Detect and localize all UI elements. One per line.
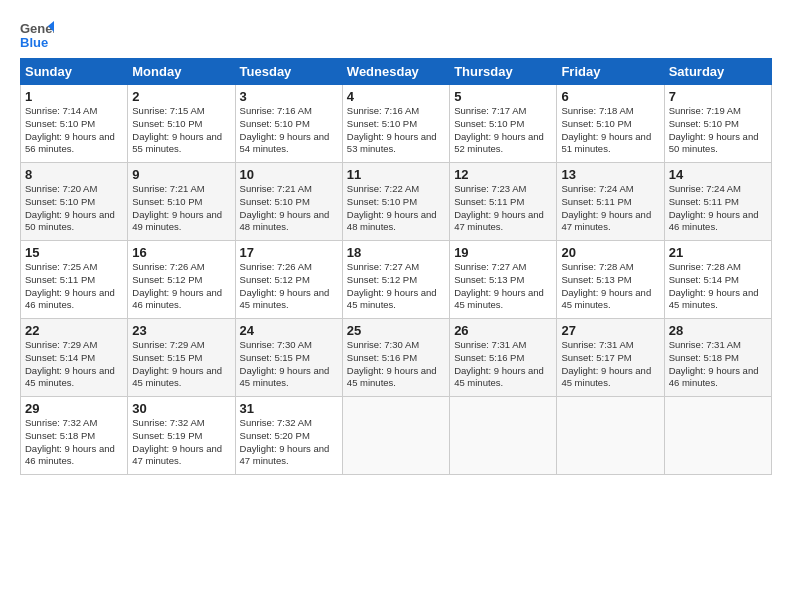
day-cell: 22Sunrise: 7:29 AMSunset: 5:14 PMDayligh…	[21, 319, 128, 397]
day-number: 6	[561, 89, 659, 104]
day-number: 26	[454, 323, 552, 338]
day-info: Sunrise: 7:22 AMSunset: 5:10 PMDaylight:…	[347, 183, 445, 234]
day-info: Sunrise: 7:27 AMSunset: 5:12 PMDaylight:…	[347, 261, 445, 312]
day-info: Sunrise: 7:15 AMSunset: 5:10 PMDaylight:…	[132, 105, 230, 156]
day-number: 27	[561, 323, 659, 338]
day-cell: 14Sunrise: 7:24 AMSunset: 5:11 PMDayligh…	[664, 163, 771, 241]
day-info: Sunrise: 7:23 AMSunset: 5:11 PMDaylight:…	[454, 183, 552, 234]
day-number: 9	[132, 167, 230, 182]
day-number: 12	[454, 167, 552, 182]
day-cell: 30Sunrise: 7:32 AMSunset: 5:19 PMDayligh…	[128, 397, 235, 475]
day-number: 29	[25, 401, 123, 416]
day-info: Sunrise: 7:19 AMSunset: 5:10 PMDaylight:…	[669, 105, 767, 156]
day-number: 13	[561, 167, 659, 182]
day-cell: 2Sunrise: 7:15 AMSunset: 5:10 PMDaylight…	[128, 85, 235, 163]
day-cell: 18Sunrise: 7:27 AMSunset: 5:12 PMDayligh…	[342, 241, 449, 319]
day-info: Sunrise: 7:32 AMSunset: 5:18 PMDaylight:…	[25, 417, 123, 468]
day-number: 18	[347, 245, 445, 260]
calendar-header-row: SundayMondayTuesdayWednesdayThursdayFrid…	[21, 59, 772, 85]
day-cell	[557, 397, 664, 475]
day-cell: 21Sunrise: 7:28 AMSunset: 5:14 PMDayligh…	[664, 241, 771, 319]
day-info: Sunrise: 7:16 AMSunset: 5:10 PMDaylight:…	[347, 105, 445, 156]
day-cell: 3Sunrise: 7:16 AMSunset: 5:10 PMDaylight…	[235, 85, 342, 163]
page: General Blue SundayMondayTuesdayWednesda…	[0, 0, 792, 485]
day-cell: 11Sunrise: 7:22 AMSunset: 5:10 PMDayligh…	[342, 163, 449, 241]
week-row-4: 22Sunrise: 7:29 AMSunset: 5:14 PMDayligh…	[21, 319, 772, 397]
day-cell: 12Sunrise: 7:23 AMSunset: 5:11 PMDayligh…	[450, 163, 557, 241]
day-number: 15	[25, 245, 123, 260]
week-row-3: 15Sunrise: 7:25 AMSunset: 5:11 PMDayligh…	[21, 241, 772, 319]
day-number: 14	[669, 167, 767, 182]
day-cell: 8Sunrise: 7:20 AMSunset: 5:10 PMDaylight…	[21, 163, 128, 241]
day-cell	[342, 397, 449, 475]
day-cell: 15Sunrise: 7:25 AMSunset: 5:11 PMDayligh…	[21, 241, 128, 319]
day-number: 23	[132, 323, 230, 338]
day-info: Sunrise: 7:31 AMSunset: 5:17 PMDaylight:…	[561, 339, 659, 390]
day-cell: 31Sunrise: 7:32 AMSunset: 5:20 PMDayligh…	[235, 397, 342, 475]
col-header-monday: Monday	[128, 59, 235, 85]
svg-text:General: General	[20, 21, 54, 36]
day-info: Sunrise: 7:32 AMSunset: 5:19 PMDaylight:…	[132, 417, 230, 468]
day-number: 8	[25, 167, 123, 182]
day-number: 24	[240, 323, 338, 338]
day-number: 21	[669, 245, 767, 260]
day-cell: 24Sunrise: 7:30 AMSunset: 5:15 PMDayligh…	[235, 319, 342, 397]
day-cell: 28Sunrise: 7:31 AMSunset: 5:18 PMDayligh…	[664, 319, 771, 397]
week-row-2: 8Sunrise: 7:20 AMSunset: 5:10 PMDaylight…	[21, 163, 772, 241]
col-header-saturday: Saturday	[664, 59, 771, 85]
day-info: Sunrise: 7:28 AMSunset: 5:14 PMDaylight:…	[669, 261, 767, 312]
day-info: Sunrise: 7:17 AMSunset: 5:10 PMDaylight:…	[454, 105, 552, 156]
col-header-friday: Friday	[557, 59, 664, 85]
day-number: 1	[25, 89, 123, 104]
week-row-5: 29Sunrise: 7:32 AMSunset: 5:18 PMDayligh…	[21, 397, 772, 475]
day-number: 28	[669, 323, 767, 338]
day-cell: 17Sunrise: 7:26 AMSunset: 5:12 PMDayligh…	[235, 241, 342, 319]
day-number: 11	[347, 167, 445, 182]
day-number: 16	[132, 245, 230, 260]
day-cell: 27Sunrise: 7:31 AMSunset: 5:17 PMDayligh…	[557, 319, 664, 397]
day-cell	[450, 397, 557, 475]
header: General Blue	[20, 18, 772, 50]
col-header-tuesday: Tuesday	[235, 59, 342, 85]
day-number: 3	[240, 89, 338, 104]
day-cell: 16Sunrise: 7:26 AMSunset: 5:12 PMDayligh…	[128, 241, 235, 319]
svg-text:Blue: Blue	[20, 35, 48, 50]
day-cell: 9Sunrise: 7:21 AMSunset: 5:10 PMDaylight…	[128, 163, 235, 241]
day-number: 17	[240, 245, 338, 260]
day-info: Sunrise: 7:14 AMSunset: 5:10 PMDaylight:…	[25, 105, 123, 156]
day-number: 30	[132, 401, 230, 416]
day-cell: 26Sunrise: 7:31 AMSunset: 5:16 PMDayligh…	[450, 319, 557, 397]
day-info: Sunrise: 7:21 AMSunset: 5:10 PMDaylight:…	[240, 183, 338, 234]
day-number: 7	[669, 89, 767, 104]
day-cell: 6Sunrise: 7:18 AMSunset: 5:10 PMDaylight…	[557, 85, 664, 163]
day-info: Sunrise: 7:29 AMSunset: 5:14 PMDaylight:…	[25, 339, 123, 390]
day-info: Sunrise: 7:25 AMSunset: 5:11 PMDaylight:…	[25, 261, 123, 312]
day-number: 10	[240, 167, 338, 182]
day-info: Sunrise: 7:16 AMSunset: 5:10 PMDaylight:…	[240, 105, 338, 156]
calendar-table: SundayMondayTuesdayWednesdayThursdayFrid…	[20, 58, 772, 475]
day-info: Sunrise: 7:30 AMSunset: 5:16 PMDaylight:…	[347, 339, 445, 390]
day-cell: 25Sunrise: 7:30 AMSunset: 5:16 PMDayligh…	[342, 319, 449, 397]
logo: General Blue	[20, 18, 56, 50]
day-info: Sunrise: 7:31 AMSunset: 5:16 PMDaylight:…	[454, 339, 552, 390]
col-header-wednesday: Wednesday	[342, 59, 449, 85]
week-row-1: 1Sunrise: 7:14 AMSunset: 5:10 PMDaylight…	[21, 85, 772, 163]
day-info: Sunrise: 7:27 AMSunset: 5:13 PMDaylight:…	[454, 261, 552, 312]
day-cell	[664, 397, 771, 475]
day-cell: 19Sunrise: 7:27 AMSunset: 5:13 PMDayligh…	[450, 241, 557, 319]
day-info: Sunrise: 7:24 AMSunset: 5:11 PMDaylight:…	[561, 183, 659, 234]
col-header-sunday: Sunday	[21, 59, 128, 85]
day-info: Sunrise: 7:26 AMSunset: 5:12 PMDaylight:…	[132, 261, 230, 312]
day-cell: 13Sunrise: 7:24 AMSunset: 5:11 PMDayligh…	[557, 163, 664, 241]
day-number: 22	[25, 323, 123, 338]
day-cell: 20Sunrise: 7:28 AMSunset: 5:13 PMDayligh…	[557, 241, 664, 319]
day-info: Sunrise: 7:29 AMSunset: 5:15 PMDaylight:…	[132, 339, 230, 390]
day-number: 20	[561, 245, 659, 260]
day-info: Sunrise: 7:26 AMSunset: 5:12 PMDaylight:…	[240, 261, 338, 312]
day-info: Sunrise: 7:32 AMSunset: 5:20 PMDaylight:…	[240, 417, 338, 468]
day-cell: 1Sunrise: 7:14 AMSunset: 5:10 PMDaylight…	[21, 85, 128, 163]
day-info: Sunrise: 7:20 AMSunset: 5:10 PMDaylight:…	[25, 183, 123, 234]
day-cell: 29Sunrise: 7:32 AMSunset: 5:18 PMDayligh…	[21, 397, 128, 475]
logo-icon: General Blue	[20, 18, 54, 50]
day-info: Sunrise: 7:21 AMSunset: 5:10 PMDaylight:…	[132, 183, 230, 234]
